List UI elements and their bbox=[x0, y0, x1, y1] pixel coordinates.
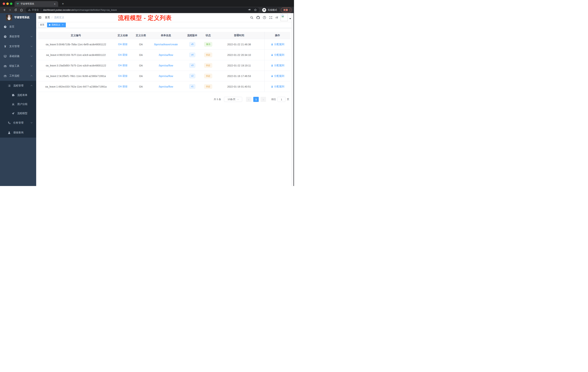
sidebar-item-label: 流程模型 bbox=[17, 112, 27, 115]
sidebar-item-label: 用户分组 bbox=[17, 103, 27, 106]
tab-close-icon[interactable]: × bbox=[53, 2, 56, 6]
tag-home[interactable]: 首页 bbox=[38, 22, 46, 27]
sidebar-item-process-management[interactable]: 流程管理 bbox=[0, 81, 36, 91]
sidebar-item-label: 首页 bbox=[9, 25, 14, 28]
site-favicon-icon bbox=[16, 2, 19, 5]
sidebar-item-label: 工作流程 bbox=[9, 74, 20, 77]
logo-avatar bbox=[6, 15, 12, 21]
password-key-icon[interactable] bbox=[248, 8, 251, 11]
close-window-button[interactable] bbox=[3, 2, 5, 5]
person-icon bbox=[8, 131, 11, 134]
bookmark-star-icon[interactable] bbox=[254, 8, 257, 11]
cell-deployed-at: 2022-01-22 21:48:38 bbox=[214, 43, 264, 46]
url-text[interactable]: dashboard.yudao.iocoder.cn/bpm/manager/d… bbox=[43, 9, 117, 11]
sidebar-item-leave-query[interactable]: 请假查询 bbox=[0, 128, 36, 138]
status-badge: 挂起 bbox=[204, 74, 212, 78]
back-icon[interactable] bbox=[2, 8, 7, 12]
definition-name-link[interactable]: OA 请假 bbox=[118, 43, 127, 46]
minimize-window-button[interactable] bbox=[6, 2, 9, 5]
definition-name-link[interactable]: OA 请假 bbox=[118, 85, 127, 88]
assign-rule-button[interactable]: 分配规则 bbox=[271, 43, 284, 46]
browser-update-button[interactable]: 更新 bbox=[281, 8, 292, 12]
sidebar-item-infrastructure[interactable]: 基础设施 bbox=[0, 51, 36, 61]
sidebar-item-task-management[interactable]: 任务管理 bbox=[0, 118, 36, 128]
definition-name-link[interactable]: OA 请假 bbox=[118, 75, 127, 77]
form-link[interactable]: /bpm/oa/leave/create bbox=[154, 43, 178, 46]
browser-menu-kebab-icon[interactable] bbox=[290, 9, 290, 11]
version-tag: v5 bbox=[189, 42, 195, 47]
page-size-select[interactable]: 10条/页 bbox=[224, 97, 242, 102]
sidebar-toggle-icon[interactable] bbox=[38, 16, 42, 19]
assign-rule-button[interactable]: 分配规则 bbox=[271, 64, 284, 67]
assign-rule-button[interactable]: 分配规则 bbox=[271, 75, 284, 78]
tag-close-icon[interactable]: × bbox=[62, 24, 64, 26]
assign-rule-button[interactable]: 分配规则 bbox=[271, 53, 284, 57]
user-icon bbox=[271, 64, 273, 67]
fullscreen-icon[interactable] bbox=[269, 16, 273, 19]
cell-category: OA bbox=[132, 85, 150, 88]
user-icon bbox=[271, 85, 273, 88]
status-badge: 激活 bbox=[204, 42, 212, 47]
security-label[interactable]: 不安全 bbox=[32, 8, 39, 12]
sidebar-item-workflow[interactable]: 工作流程 bbox=[0, 71, 36, 81]
version-tag: v2 bbox=[189, 74, 195, 78]
github-icon[interactable] bbox=[256, 16, 260, 19]
breadcrumb: 首页 / 流程定义 bbox=[45, 16, 64, 19]
breadcrumb-home[interactable]: 首页 bbox=[45, 16, 50, 19]
breadcrumb-current: 流程定义 bbox=[54, 16, 64, 19]
help-icon[interactable] bbox=[263, 16, 266, 19]
font-size-icon[interactable]: TT bbox=[275, 16, 278, 19]
table-header-row: 定义编号 定义名称 定义分类 表单信息 流程版本 状态 部署时间 操作 bbox=[38, 32, 290, 39]
new-tab-button[interactable]: + bbox=[61, 2, 65, 6]
sidebar-item-dev-tools[interactable]: 研发工具 bbox=[0, 61, 36, 71]
definition-name-link[interactable]: OA 请假 bbox=[118, 53, 127, 56]
zoom-window-button[interactable] bbox=[10, 2, 12, 5]
address-bar[interactable]: 不安全 dashboard.yudao.iocoder.cn/bpm/manag… bbox=[26, 8, 259, 12]
status-badge: 挂起 bbox=[204, 84, 212, 89]
chevron-down-icon bbox=[31, 35, 32, 37]
update-label[interactable]: 更新 bbox=[283, 8, 288, 12]
user-icon bbox=[271, 54, 273, 56]
cell-deployed-at: 2022-01-22 19:19:11 bbox=[214, 64, 264, 67]
chevron-up-icon bbox=[31, 85, 32, 87]
sidebar-item-label: 研发工具 bbox=[9, 65, 20, 68]
sidebar-item-process-model[interactable]: 流程模型 bbox=[0, 109, 36, 118]
form-link[interactable]: /bpm/oa/flow bbox=[159, 85, 173, 88]
definition-name-link[interactable]: OA 请假 bbox=[118, 64, 127, 67]
prev-page-button[interactable]: ‹ bbox=[246, 97, 252, 102]
status-badge: 挂起 bbox=[204, 53, 212, 57]
cell-definition-id: oa_leave:2:3c1f0ef1-76b1-11ec-9c66-a2380… bbox=[38, 75, 114, 77]
sidebar-item-label: 基础设施 bbox=[9, 55, 20, 58]
page-number-button[interactable]: 1 bbox=[253, 97, 259, 102]
window-right-edge bbox=[294, 13, 294, 186]
cell-category: OA bbox=[132, 54, 150, 56]
column-header-form: 表单信息 bbox=[150, 34, 182, 37]
column-header-status: 状态 bbox=[203, 34, 214, 37]
app-logo[interactable]: 芋道管理系统 bbox=[0, 13, 36, 22]
sidebar-item-user-group[interactable]: 用户分组 bbox=[0, 100, 36, 109]
search-icon[interactable] bbox=[250, 16, 253, 19]
scrollbar-gutter[interactable] bbox=[292, 13, 294, 186]
table-row: oa_leave:2:3c1f0ef1-76b1-11ec-9c66-a2380… bbox=[38, 71, 290, 81]
form-link[interactable]: /bpm/oa/flow bbox=[159, 54, 173, 56]
sidebar-item-home[interactable]: 首页 bbox=[0, 22, 36, 32]
next-page-button[interactable]: › bbox=[261, 97, 266, 102]
active-tag-dot bbox=[49, 24, 50, 26]
reload-icon[interactable] bbox=[14, 8, 18, 12]
briefcase-icon bbox=[4, 75, 7, 77]
paper-plane-icon bbox=[12, 112, 15, 115]
tag-process-definition[interactable]: 流程定义 × bbox=[47, 22, 66, 27]
sidebar-item-system[interactable]: 系统管理 bbox=[0, 32, 36, 42]
browser-tab[interactable]: 芋道管理系统 × bbox=[15, 1, 58, 7]
home-icon[interactable] bbox=[19, 8, 24, 12]
forward-icon[interactable] bbox=[8, 8, 12, 12]
goto-page-input[interactable]: 1 bbox=[277, 97, 285, 102]
sidebar-item-payment[interactable]: ¥ 支付管理 bbox=[0, 42, 36, 51]
avatar[interactable] bbox=[281, 14, 288, 21]
avatar-dropdown-caret-icon[interactable] bbox=[289, 18, 291, 19]
sidebar-item-process-form[interactable]: 流程表单 bbox=[0, 91, 36, 100]
form-link[interactable]: /bpm/oa/flow bbox=[159, 64, 173, 67]
form-link[interactable]: /bpm/oa/flow bbox=[159, 75, 173, 77]
browser-window: 芋道管理系统 × + 不安全 dashboard.yudao.iocoder.c… bbox=[0, 0, 294, 186]
assign-rule-button[interactable]: 分配规则 bbox=[271, 85, 284, 88]
